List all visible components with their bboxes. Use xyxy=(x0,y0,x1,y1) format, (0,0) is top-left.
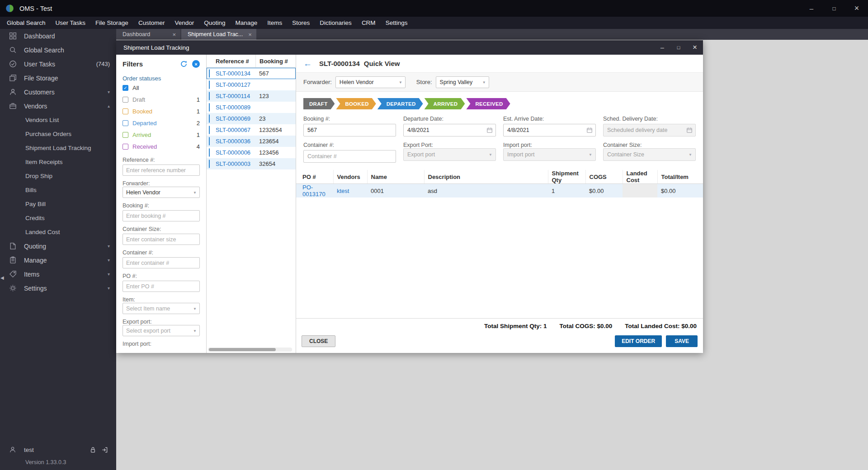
window-close-button[interactable]: × xyxy=(845,0,868,17)
row-checkbox[interactable] xyxy=(209,103,210,112)
logout-icon[interactable] xyxy=(101,446,108,453)
row-checkbox[interactable] xyxy=(209,92,210,100)
sidebar-item-shipment-load-tracking[interactable]: Shipment Load Tracking xyxy=(0,141,116,155)
reference-link[interactable]: SLT-0000127 xyxy=(216,81,255,88)
sidebar-item-item-receipts[interactable]: Item Receipts xyxy=(0,155,116,169)
menu-global-search[interactable]: Global Search xyxy=(2,17,51,29)
close-button[interactable]: CLOSE xyxy=(302,335,335,347)
edit-order-button[interactable]: EDIT ORDER xyxy=(615,335,662,347)
sidebar-item-credits[interactable]: Credits xyxy=(0,211,116,225)
sidebar-item-dashboard[interactable]: Dashboard xyxy=(0,29,116,43)
window-minimize-button[interactable]: – xyxy=(800,0,823,17)
menu-customer[interactable]: Customer xyxy=(133,17,170,29)
modal-titlebar[interactable]: Shipment Load Tracking – □ × xyxy=(116,40,703,55)
reference-link[interactable]: SLT-0000134 xyxy=(216,70,255,77)
list-item[interactable]: SLT-0000006 123456 xyxy=(207,147,296,158)
item-filter-select[interactable]: Select Item name ▼ xyxy=(123,303,200,314)
reference-link[interactable]: SLT-0000067 xyxy=(216,127,255,133)
column-description[interactable]: Description xyxy=(424,170,548,184)
status-filter-draft[interactable]: Draft 1 xyxy=(123,94,200,105)
modal-close-button[interactable]: × xyxy=(687,40,703,55)
status-step-departed[interactable]: DEPARTED xyxy=(377,98,423,109)
menu-manage[interactable]: Manage xyxy=(231,17,263,29)
list-item[interactable]: SLT-0000067 1232654 xyxy=(207,124,296,136)
departure-date-input[interactable] xyxy=(403,124,496,136)
sidebar-item-items[interactable]: Items ▾ xyxy=(0,267,116,281)
status-filter-received[interactable]: Received 4 xyxy=(123,141,200,152)
tab-close-icon[interactable]: × xyxy=(243,31,252,38)
row-checkbox[interactable] xyxy=(209,126,210,134)
import-port-select[interactable]: Import port ▼ xyxy=(503,148,596,161)
tab-close-icon[interactable]: × xyxy=(167,31,176,38)
status-filter-departed[interactable]: Departed 2 xyxy=(123,118,200,129)
back-arrow-icon[interactable]: ← xyxy=(303,59,312,69)
status-filter-all[interactable]: ✓ All xyxy=(123,82,200,94)
reference-link[interactable]: SLT-0000069 xyxy=(216,115,255,122)
sidebar-item-bills[interactable]: Bills xyxy=(0,183,116,197)
tab-dashboard[interactable]: Dashboard × xyxy=(116,29,180,40)
status-step-arrived[interactable]: ARRIVED xyxy=(425,98,465,109)
forwarder-select[interactable]: Helen Vendor ▼ xyxy=(335,76,406,88)
sidebar-item-settings[interactable]: Settings ▾ xyxy=(0,281,116,295)
checkbox-unchecked[interactable] xyxy=(123,132,128,138)
sched-delivery-date-input[interactable] xyxy=(603,124,696,136)
sidebar-item-vendors[interactable]: Vendors ▴ xyxy=(0,99,116,113)
list-item[interactable]: SLT-0000134 567 xyxy=(207,68,296,79)
clear-filters-icon[interactable]: × xyxy=(192,60,200,68)
forwarder-filter-select[interactable]: Helen Vendor ▼ xyxy=(123,187,200,198)
list-item[interactable]: SLT-0000069 23 xyxy=(207,113,296,124)
horizontal-scrollbar[interactable] xyxy=(208,348,292,352)
reference-link[interactable]: SLT-0000114 xyxy=(216,93,255,99)
row-checkbox[interactable] xyxy=(209,160,210,168)
container-size-select[interactable]: Container Size ▼ xyxy=(603,148,696,161)
list-item[interactable]: SLT-0000114 123 xyxy=(207,90,296,102)
store-select[interactable]: Spring Valley ▼ xyxy=(436,76,489,88)
sidebar-item-purchase-orders[interactable]: Purchase Orders xyxy=(0,127,116,141)
booking-filter-input[interactable] xyxy=(123,210,200,221)
status-step-draft[interactable]: DRAFT xyxy=(303,98,335,109)
sidebar-item-file-storage[interactable]: File Storage xyxy=(0,71,116,85)
status-step-received[interactable]: RECEIVED xyxy=(466,98,510,109)
list-item[interactable]: SLT-0000127 xyxy=(207,79,296,90)
modal-maximize-button[interactable]: □ xyxy=(670,40,687,55)
container-number-input[interactable] xyxy=(303,150,396,163)
po-filter-input[interactable] xyxy=(123,281,200,292)
table-row[interactable]: PO-0013170 ktest 0001 asd 1 $0.00 $0.00 xyxy=(296,184,703,198)
save-button[interactable]: SAVE xyxy=(666,335,698,347)
row-checkbox[interactable] xyxy=(209,114,210,123)
column-landed-cost[interactable]: Landed Cost xyxy=(623,170,657,184)
container-size-filter-input[interactable] xyxy=(123,234,200,245)
export-port-select[interactable]: Export port ▼ xyxy=(403,148,496,161)
sidebar-item-quoting[interactable]: Quoting ▾ xyxy=(0,239,116,253)
menu-settings[interactable]: Settings xyxy=(381,17,413,29)
checkbox-unchecked[interactable] xyxy=(123,120,128,126)
export-port-filter-select[interactable]: Select export port ▼ xyxy=(123,325,200,336)
column-booking[interactable]: Booking # xyxy=(255,55,296,67)
row-checkbox[interactable] xyxy=(209,80,210,89)
checkbox-unchecked[interactable] xyxy=(123,108,128,114)
status-step-booked[interactable]: BOOKED xyxy=(336,98,376,109)
modal-minimize-button[interactable]: – xyxy=(654,40,670,55)
sidebar-item-customers[interactable]: Customers ▾ xyxy=(0,85,116,99)
list-item[interactable]: SLT-0000003 32654 xyxy=(207,158,296,169)
menu-quoting[interactable]: Quoting xyxy=(199,17,230,29)
menu-file-storage[interactable]: File Storage xyxy=(90,17,133,29)
sidebar-item-global-search[interactable]: Global Search xyxy=(0,43,116,57)
row-checkbox[interactable] xyxy=(209,148,210,157)
checkbox-unchecked[interactable] xyxy=(123,97,128,103)
checkbox-unchecked[interactable] xyxy=(123,144,128,150)
sidebar-item-pay-bill[interactable]: Pay Bill xyxy=(0,197,116,211)
reference-link[interactable]: SLT-0000006 xyxy=(216,149,255,156)
calendar-icon[interactable] xyxy=(486,127,493,133)
column-reference[interactable]: Reference # xyxy=(216,58,255,65)
tab-shipment-load-tracking[interactable]: Shipment Load Trac... × xyxy=(181,29,256,40)
list-item[interactable]: SLT-0000036 123654 xyxy=(207,136,296,147)
menu-dictionaries[interactable]: Dictionaries xyxy=(315,17,357,29)
row-checkbox[interactable] xyxy=(209,137,210,146)
vendor-link[interactable]: ktest xyxy=(333,184,367,198)
sidebar-item-manage[interactable]: Manage ▾ xyxy=(0,253,116,267)
sidebar-item-user-tasks[interactable]: User Tasks (743) xyxy=(0,57,116,71)
column-po[interactable]: PO # xyxy=(296,170,333,184)
sidebar-item-drop-ship[interactable]: Drop Ship xyxy=(0,169,116,183)
column-name[interactable]: Name xyxy=(367,170,424,184)
